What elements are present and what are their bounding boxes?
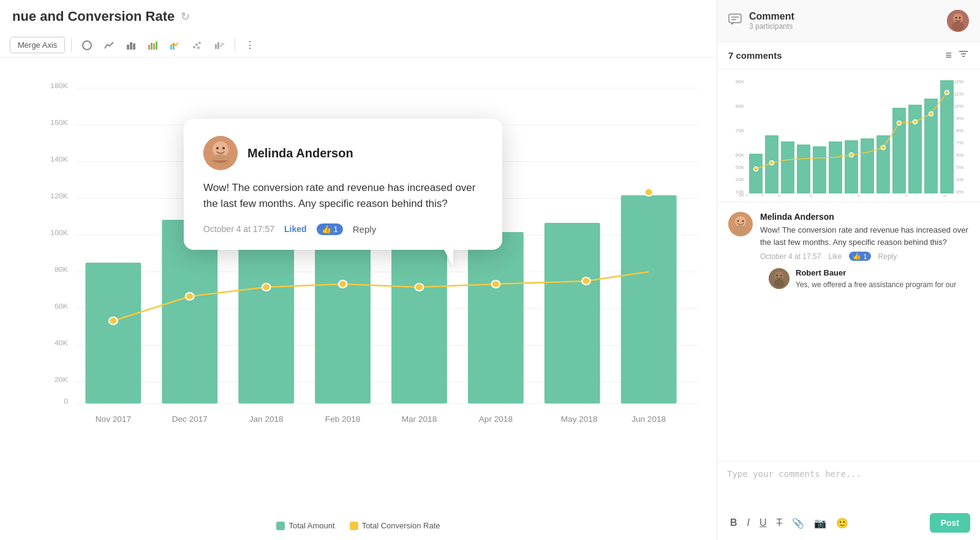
svg-point-62 xyxy=(216,147,219,149)
svg-text:100K: 100K xyxy=(50,229,68,236)
svg-rect-99 xyxy=(829,141,842,193)
comment-popup: Melinda Anderson Wow! The conversion rat… xyxy=(184,119,502,250)
svg-rect-1 xyxy=(127,45,129,50)
svg-rect-94 xyxy=(749,154,763,193)
comment-avatar-melinda xyxy=(728,212,753,236)
chart-more-icon[interactable] xyxy=(210,37,228,53)
comment-panel-participants: 3 participants xyxy=(749,22,794,31)
svg-text:90K: 90K xyxy=(736,79,745,84)
svg-text:Jan 2018: Jan 2018 xyxy=(249,415,284,424)
svg-point-45 xyxy=(186,293,194,300)
svg-point-71 xyxy=(959,17,961,19)
svg-rect-7 xyxy=(156,42,157,50)
svg-point-13 xyxy=(197,47,200,49)
strikethrough-btn[interactable]: T xyxy=(774,516,786,531)
svg-text:160K: 160K xyxy=(50,119,68,126)
refresh-icon[interactable]: ↻ xyxy=(181,10,190,23)
svg-text:May 2018: May 2018 xyxy=(845,194,861,197)
svg-point-48 xyxy=(415,283,424,291)
panel-header-avatar xyxy=(947,10,969,32)
svg-rect-15 xyxy=(217,42,219,49)
svg-rect-2 xyxy=(130,42,132,50)
line-chart-icon[interactable] xyxy=(100,37,118,53)
svg-point-125 xyxy=(742,220,744,222)
svg-text:Nov 2017: Nov 2017 xyxy=(96,415,131,424)
merge-axis-button[interactable]: Merge Axis xyxy=(10,37,65,53)
svg-rect-41 xyxy=(468,232,524,403)
comment-panel-title-area: Comment 3 participants xyxy=(728,11,794,31)
bold-btn[interactable]: B xyxy=(727,516,741,531)
svg-text:Dec 2017: Dec 2017 xyxy=(172,415,208,424)
comment-timestamp: October 4 at 17:57 xyxy=(760,252,821,261)
popup-like-badge: 👍 1 xyxy=(317,223,343,235)
svg-text:6%: 6% xyxy=(956,152,963,158)
svg-rect-14 xyxy=(215,44,217,49)
comment-panel-text: Comment 3 participants xyxy=(749,11,794,31)
comment-item: Melinda Anderson Wow! The conversion rat… xyxy=(728,212,969,290)
comment-reply-btn[interactable]: Reply xyxy=(878,252,897,261)
svg-text:4%: 4% xyxy=(956,177,963,182)
svg-point-108 xyxy=(770,161,774,165)
filter-icon-btn[interactable] xyxy=(958,48,969,62)
svg-point-44 xyxy=(109,317,118,324)
svg-text:20K: 20K xyxy=(55,376,68,383)
legend-total-amount: Total Amount xyxy=(276,521,334,530)
attach-btn[interactable]: 📎 xyxy=(789,516,807,531)
combo-chart-icon[interactable] xyxy=(166,37,184,53)
post-button[interactable]: Post xyxy=(930,513,970,533)
svg-rect-101 xyxy=(861,138,874,193)
chart-title: nue and Conversion Rate xyxy=(12,9,175,24)
popup-user-row: Melinda Anderson xyxy=(203,136,483,170)
svg-point-111 xyxy=(897,121,902,126)
popup-reply-btn[interactable]: Reply xyxy=(353,224,376,234)
scatter-chart-icon[interactable] xyxy=(188,37,206,53)
comment-like-badge: 👍 1 xyxy=(849,252,870,261)
comment-panel: Comment 3 participants 7 comments ≡ xyxy=(717,0,980,540)
svg-rect-65 xyxy=(729,14,741,23)
svg-text:5%: 5% xyxy=(956,165,963,170)
svg-point-72 xyxy=(952,21,964,31)
comment-meta: October 4 at 17:57 Like 👍 1 Reply xyxy=(760,252,969,261)
popup-message: Wow! The conversion rate and revenue has… xyxy=(203,180,483,212)
chart-header: nue and Conversion Rate ↻ xyxy=(0,0,717,33)
reply-avatar-robert xyxy=(769,268,790,289)
svg-rect-4 xyxy=(148,45,150,50)
reply-text: Yes, we offered a free assistance progra… xyxy=(796,279,969,290)
mini-chart-svg: 12% 11% 10% 9% 8% 7% 6% 5% 4% 0% 90K 80K… xyxy=(725,74,966,197)
svg-text:Dec 2017: Dec 2017 xyxy=(750,194,766,197)
comment-like-btn[interactable]: Like xyxy=(828,252,842,261)
comment-input[interactable] xyxy=(727,469,970,506)
popup-username: Melinda Anderson xyxy=(247,146,353,160)
italic-btn[interactable]: I xyxy=(744,516,753,531)
comment-body: Melinda Anderson Wow! The conversion rat… xyxy=(760,212,969,290)
svg-point-0 xyxy=(83,41,91,50)
popup-liked-btn[interactable]: Liked xyxy=(284,224,307,234)
svg-text:7%: 7% xyxy=(956,140,963,146)
svg-text:140K: 140K xyxy=(50,156,68,163)
more-options-icon[interactable]: ⋮ xyxy=(241,37,258,53)
camera-btn[interactable]: 📷 xyxy=(811,516,829,531)
legend-rate-label: Total Conversion Rate xyxy=(362,521,440,530)
svg-point-114 xyxy=(945,91,949,95)
menu-icon-btn[interactable]: ≡ xyxy=(945,48,952,62)
bar-chart-icon[interactable] xyxy=(122,37,140,53)
svg-point-112 xyxy=(913,120,918,124)
svg-text:10%: 10% xyxy=(954,103,963,109)
svg-point-131 xyxy=(774,279,785,288)
reply-body: Robert Bauer Yes, we offered a free assi… xyxy=(796,268,969,290)
chart-toolbar: Merge Axis xyxy=(0,33,717,58)
comment-author: Melinda Anderson xyxy=(760,212,969,222)
svg-text:9%: 9% xyxy=(956,116,963,121)
svg-rect-5 xyxy=(151,43,153,50)
circle-chart-icon[interactable] xyxy=(78,37,96,53)
svg-text:Jan 2018: Jan 2018 xyxy=(766,194,781,197)
comment-text: Wow! The conversion rate and revenue has… xyxy=(760,224,969,248)
comment-count: 7 comments xyxy=(728,50,782,61)
emoji-btn[interactable]: 🙂 xyxy=(833,516,851,531)
comment-panel-title: Comment xyxy=(749,11,794,22)
bar-group-chart-icon[interactable] xyxy=(144,37,162,53)
svg-rect-43 xyxy=(621,195,677,403)
underline-btn[interactable]: U xyxy=(756,516,770,531)
svg-text:12%: 12% xyxy=(954,79,963,84)
svg-rect-36 xyxy=(85,263,141,403)
